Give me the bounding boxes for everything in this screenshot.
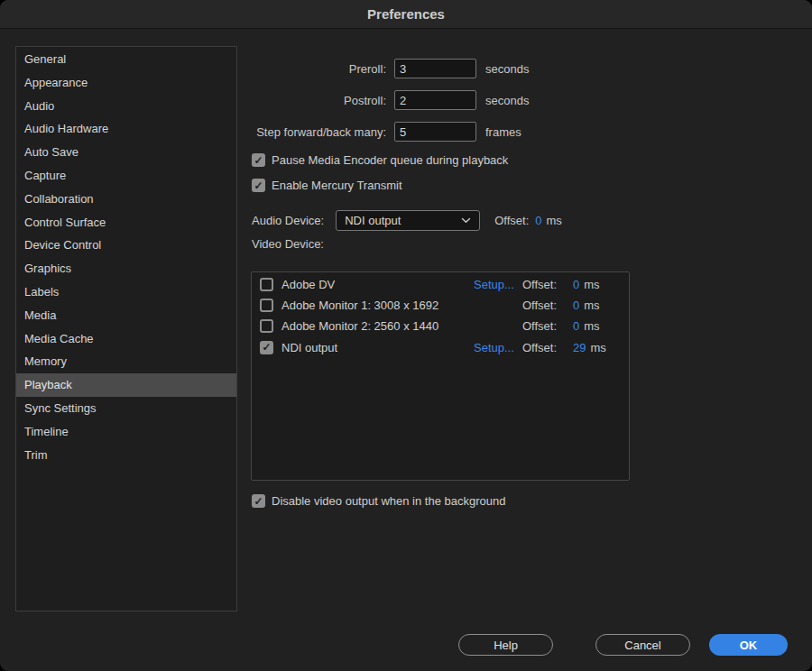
step-many-label: Step forward/back many: bbox=[252, 125, 386, 139]
video-device-name: Adobe DV bbox=[281, 274, 335, 295]
step-many-input[interactable] bbox=[394, 122, 476, 142]
step-many-unit: frames bbox=[485, 125, 521, 139]
pause-encoder-label: Pause Media Encoder queue during playbac… bbox=[272, 153, 508, 167]
pause-encoder-checkbox[interactable] bbox=[252, 153, 265, 167]
sidebar-item-memory[interactable]: Memory bbox=[16, 350, 236, 373]
sidebar-item-graphics[interactable]: Graphics bbox=[16, 257, 236, 280]
audio-device-select[interactable]: NDI output bbox=[336, 210, 480, 231]
sidebar-item-appearance[interactable]: Appearance bbox=[16, 71, 236, 95]
mercury-transmit-label: Enable Mercury Transmit bbox=[272, 179, 402, 192]
postroll-unit: seconds bbox=[485, 94, 529, 107]
offset-value[interactable]: 0 bbox=[573, 295, 579, 316]
setup-link[interactable]: Setup... bbox=[474, 337, 514, 358]
dialog-title: Preferences bbox=[0, 0, 812, 29]
titlebar: Preferences bbox=[0, 0, 812, 29]
offset-label: Offset: bbox=[522, 316, 557, 336]
mercury-transmit-checkbox[interactable] bbox=[252, 179, 265, 192]
video-device-name: NDI output bbox=[281, 337, 337, 358]
setup-link[interactable]: Setup... bbox=[474, 274, 514, 295]
offset-value[interactable]: 29 bbox=[573, 337, 586, 358]
postroll-label: Postroll: bbox=[252, 94, 386, 107]
disable-bg-row: Disable video output when in the backgro… bbox=[252, 493, 505, 509]
audio-device-label: Audio Device: bbox=[252, 214, 324, 227]
pause-encoder-row: Pause Media Encoder queue during playbac… bbox=[252, 152, 508, 168]
category-list: GeneralAppearanceAudioAudio HardwareAuto… bbox=[15, 46, 237, 611]
sidebar-item-media-cache[interactable]: Media Cache bbox=[16, 327, 236, 351]
offset-value[interactable]: 0 bbox=[573, 274, 579, 295]
sidebar-item-audio-hardware[interactable]: Audio Hardware bbox=[16, 117, 236, 141]
offset-unit: ms bbox=[590, 337, 605, 358]
postroll-input[interactable] bbox=[394, 90, 476, 110]
preroll-unit: seconds bbox=[485, 62, 529, 76]
video-device-checkbox[interactable] bbox=[260, 319, 273, 333]
disable-bg-label: Disable video output when in the backgro… bbox=[272, 494, 505, 508]
audio-device-value: NDI output bbox=[345, 214, 401, 227]
preroll-label: Preroll: bbox=[252, 62, 386, 76]
sidebar-item-collaboration[interactable]: Collaboration bbox=[16, 188, 236, 211]
sidebar-item-control-surface[interactable]: Control Surface bbox=[16, 211, 236, 234]
video-device-checkbox[interactable] bbox=[260, 341, 273, 354]
step-many-row: Step forward/back many: frames bbox=[252, 121, 521, 142]
offset-value[interactable]: 0 bbox=[573, 316, 579, 336]
offset-label: Offset: bbox=[522, 337, 557, 358]
sidebar-item-media[interactable]: Media bbox=[16, 304, 236, 327]
cancel-button[interactable]: Cancel bbox=[595, 634, 690, 656]
audio-offset-unit: ms bbox=[547, 214, 562, 227]
offset-group: 0 ms bbox=[573, 295, 600, 316]
sidebar-item-sync-settings[interactable]: Sync Settings bbox=[16, 397, 236, 420]
sidebar-item-playback[interactable]: Playback bbox=[16, 373, 236, 397]
sidebar-item-general[interactable]: General bbox=[16, 48, 236, 71]
video-device-name: Adobe Monitor 1: 3008 x 1692 bbox=[281, 295, 438, 316]
offset-unit: ms bbox=[584, 316, 599, 336]
video-device-checkbox[interactable] bbox=[260, 278, 273, 291]
video-device-list: Adobe DV Setup... Offset: 0 ms Adobe Mon… bbox=[251, 271, 630, 481]
offset-unit: ms bbox=[584, 274, 599, 295]
sidebar-item-audio[interactable]: Audio bbox=[16, 95, 236, 118]
sidebar-item-trim[interactable]: Trim bbox=[16, 444, 236, 467]
video-device-row: Adobe Monitor 1: 3008 x 1692 Offset: 0 m… bbox=[252, 295, 629, 316]
postroll-row: Postroll: seconds bbox=[252, 89, 529, 111]
preferences-dialog: Preferences GeneralAppearanceAudioAudio … bbox=[0, 0, 812, 671]
video-device-name: Adobe Monitor 2: 2560 x 1440 bbox=[281, 316, 438, 336]
offset-group: 29 ms bbox=[573, 337, 606, 358]
offset-label: Offset: bbox=[522, 274, 557, 295]
sidebar-item-timeline[interactable]: Timeline bbox=[16, 420, 236, 444]
audio-offset-label: Offset: bbox=[494, 214, 529, 227]
ok-button[interactable]: OK bbox=[709, 634, 788, 656]
sidebar-item-auto-save[interactable]: Auto Save bbox=[16, 141, 236, 164]
video-device-label: Video Device: bbox=[252, 237, 324, 251]
disable-bg-checkbox[interactable] bbox=[252, 494, 265, 508]
help-button[interactable]: Help bbox=[458, 634, 553, 656]
audio-device-row: Audio Device: NDI output Offset: 0 ms bbox=[252, 209, 562, 231]
preroll-row: Preroll: seconds bbox=[252, 58, 529, 79]
video-device-checkbox[interactable] bbox=[260, 299, 273, 312]
offset-group: 0 ms bbox=[573, 316, 600, 336]
offset-unit: ms bbox=[584, 295, 599, 316]
video-device-row: Adobe DV Setup... Offset: 0 ms bbox=[252, 274, 629, 295]
sidebar-item-labels[interactable]: Labels bbox=[16, 280, 236, 304]
offset-group: 0 ms bbox=[573, 274, 600, 295]
video-device-row: Adobe Monitor 2: 2560 x 1440 Offset: 0 m… bbox=[252, 316, 629, 336]
preroll-input[interactable] bbox=[394, 59, 476, 78]
sidebar-item-device-control[interactable]: Device Control bbox=[16, 234, 236, 257]
sidebar-item-capture[interactable]: Capture bbox=[16, 164, 236, 188]
offset-label: Offset: bbox=[522, 295, 557, 316]
mercury-transmit-row: Enable Mercury Transmit bbox=[252, 178, 402, 193]
chevron-down-icon bbox=[461, 217, 471, 224]
audio-offset-value[interactable]: 0 bbox=[535, 214, 541, 227]
video-device-row: NDI output Setup... Offset: 29 ms bbox=[252, 337, 629, 358]
